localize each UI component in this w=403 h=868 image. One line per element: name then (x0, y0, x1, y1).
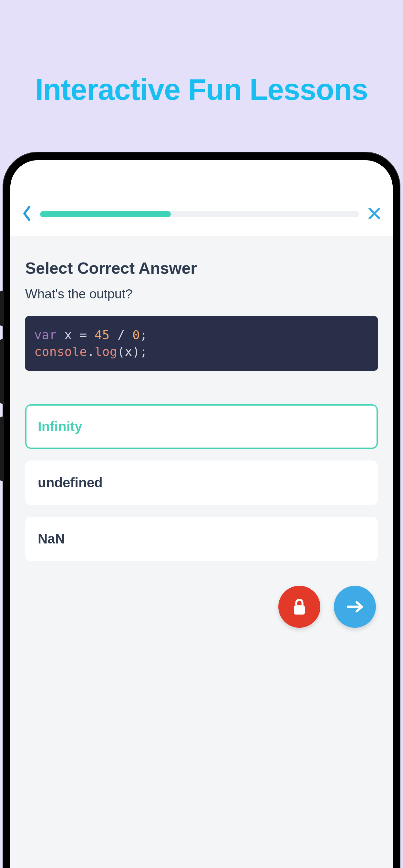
phone-side-button (0, 416, 4, 481)
code-token-punct: ( (117, 345, 125, 359)
content-area: Select Correct Answer What's the output?… (10, 236, 393, 868)
back-button[interactable] (22, 206, 32, 223)
quiz-question: What's the output? (25, 287, 378, 301)
phone-frame: Select Correct Answer What's the output?… (3, 152, 400, 868)
phone-side-button (0, 290, 4, 326)
top-bar (10, 160, 393, 236)
phone-screen: Select Correct Answer What's the output?… (10, 160, 393, 868)
svg-rect-0 (294, 605, 305, 615)
code-token-number: 0 (132, 328, 140, 342)
answer-list: Infinity undefined NaN (25, 404, 378, 561)
arrow-right-icon (345, 599, 365, 614)
lock-button[interactable] (278, 586, 320, 628)
close-button[interactable] (368, 207, 381, 221)
next-button[interactable] (334, 586, 376, 628)
answer-option[interactable]: NaN (25, 517, 378, 561)
answer-option[interactable]: Infinity (25, 404, 378, 449)
lock-icon (291, 597, 307, 616)
code-token-identifier: x (125, 345, 132, 359)
progress-fill (40, 211, 171, 217)
code-block: var x = 45 / 0; console.log(x); (25, 316, 378, 371)
code-token-function: log (95, 345, 117, 359)
phone-side-button (0, 339, 4, 404)
answer-option[interactable]: undefined (25, 461, 378, 505)
hero-title: Interactive Fun Lessons (0, 0, 403, 106)
code-token-identifier: x (57, 328, 80, 342)
action-row (25, 586, 378, 628)
quiz-heading: Select Correct Answer (25, 259, 378, 278)
progress-bar (40, 211, 359, 217)
code-token-punct: ); (132, 345, 148, 359)
code-token-object: console (34, 345, 87, 359)
code-token-punct: . (87, 345, 95, 359)
code-token-punct: ; (140, 328, 147, 342)
code-token-operator: / (110, 328, 132, 342)
code-token-keyword: var (34, 328, 57, 342)
code-token-operator: = (80, 328, 95, 342)
code-token-number: 45 (95, 328, 110, 342)
close-icon (368, 207, 381, 220)
chevron-left-icon (22, 206, 32, 221)
